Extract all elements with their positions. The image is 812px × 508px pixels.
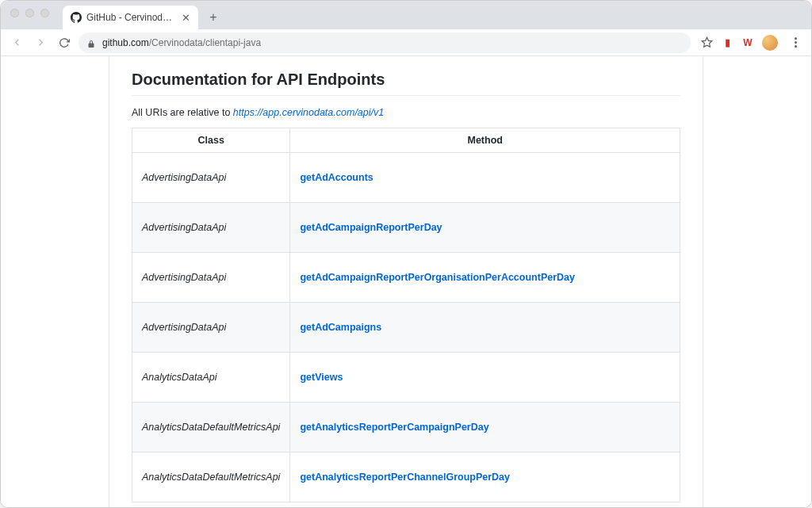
maximize-window-button[interactable] xyxy=(40,9,49,17)
table-header-method: Method xyxy=(290,128,680,153)
profile-avatar[interactable] xyxy=(762,35,778,51)
api-method-link[interactable]: getAdCampaigns xyxy=(300,322,381,333)
api-class-cell: AdvertisingDataApi xyxy=(132,303,290,353)
address-bar[interactable]: github.com/Cervinodata/clientapi-java xyxy=(79,32,691,53)
api-class-cell: AnalyticsDataDefaultMetricsApi xyxy=(132,453,290,502)
intro-link[interactable]: https://app.cervinodata.com/api/v1 xyxy=(233,107,384,118)
url-text: github.com/Cervinodata/clientapi-java xyxy=(102,37,261,48)
table-row: AdvertisingDataApigetAdCampaignReportPer… xyxy=(132,203,680,253)
intro-text: All URIs are relative to https://app.cer… xyxy=(132,107,680,118)
api-method-link[interactable]: getAdCampaignReportPerDay xyxy=(300,222,442,233)
table-row: AnalyticsDataApigetViews xyxy=(132,353,680,403)
window-controls xyxy=(10,9,49,17)
lock-icon xyxy=(86,38,96,48)
github-favicon-icon xyxy=(71,12,82,23)
reload-button[interactable] xyxy=(55,33,74,52)
api-method-link[interactable]: getAdAccounts xyxy=(300,172,373,183)
api-class-cell: AdvertisingDataApi xyxy=(132,203,290,253)
api-method-cell: getViews xyxy=(290,353,680,403)
toolbar-right: ▮ W xyxy=(700,33,805,52)
close-window-button[interactable] xyxy=(10,9,19,17)
toolbar: github.com/Cervinodata/clientapi-java ▮ … xyxy=(1,29,811,56)
titlebar: GitHub - Cervinodata/clientapi-j… ✕ + xyxy=(1,1,811,29)
forward-button[interactable] xyxy=(31,33,50,52)
api-endpoints-table: Class Method AdvertisingDataApigetAdAcco… xyxy=(132,128,680,502)
page-title: Documentation for API Endpoints xyxy=(132,71,680,96)
extension-icon-2[interactable]: W xyxy=(741,36,754,49)
table-row: AnalyticsDataDefaultMetricsApigetAnalyti… xyxy=(132,453,680,502)
table-row: AdvertisingDataApigetAdCampaignReportPer… xyxy=(132,253,680,303)
tab-close-icon[interactable]: ✕ xyxy=(182,12,190,24)
api-method-cell: getAdCampaigns xyxy=(290,303,680,353)
browser-window: GitHub - Cervinodata/clientapi-j… ✕ + gi… xyxy=(0,0,812,508)
browser-tab-active[interactable]: GitHub - Cervinodata/clientapi-j… ✕ xyxy=(63,6,198,29)
readme-container: Documentation for API Endpoints All URIs… xyxy=(109,56,703,507)
minimize-window-button[interactable] xyxy=(25,9,34,17)
api-class-cell: AdvertisingDataApi xyxy=(132,253,290,303)
tab-title: GitHub - Cervinodata/clientapi-j… xyxy=(86,12,174,23)
table-row: AdvertisingDataApigetAdCampaigns xyxy=(132,303,680,353)
api-class-cell: AdvertisingDataApi xyxy=(132,153,290,203)
api-method-cell: getAdCampaignReportPerDay xyxy=(290,203,680,253)
back-button[interactable] xyxy=(7,33,26,52)
api-method-cell: getAdAccounts xyxy=(290,153,680,203)
api-method-cell: getAnalyticsReportPerChannelGroupPerDay xyxy=(290,453,680,502)
table-header-class: Class xyxy=(132,128,290,153)
api-method-link[interactable]: getAdCampaignReportPerOrganisationPerAcc… xyxy=(300,272,575,283)
api-method-cell: getAdCampaignReportPerOrganisationPerAcc… xyxy=(290,253,680,303)
api-class-cell: AnalyticsDataDefaultMetricsApi xyxy=(132,403,290,453)
new-tab-button[interactable]: + xyxy=(203,7,224,28)
url-host: github.com xyxy=(102,37,149,48)
api-method-link[interactable]: getAnalyticsReportPerCampaignPerDay xyxy=(300,422,488,433)
table-row: AdvertisingDataApigetAdAccounts xyxy=(132,153,680,203)
api-method-link[interactable]: getViews xyxy=(300,372,343,383)
page-viewport[interactable]: Documentation for API Endpoints All URIs… xyxy=(1,56,811,507)
extension-icon-1[interactable]: ▮ xyxy=(721,36,733,49)
url-path: /Cervinodata/clientapi-java xyxy=(149,37,261,48)
table-row: AnalyticsDataDefaultMetricsApigetAnalyti… xyxy=(132,403,680,453)
tab-strip: GitHub - Cervinodata/clientapi-j… ✕ + xyxy=(63,1,224,29)
star-icon[interactable] xyxy=(700,36,713,49)
intro-prefix: All URIs are relative to xyxy=(132,107,233,118)
api-method-link[interactable]: getAnalyticsReportPerChannelGroupPerDay xyxy=(300,472,510,483)
browser-menu-button[interactable] xyxy=(786,33,805,52)
svg-marker-0 xyxy=(702,37,712,47)
api-class-cell: AnalyticsDataApi xyxy=(132,353,290,403)
api-method-cell: getAnalyticsReportPerCampaignPerDay xyxy=(290,403,680,453)
